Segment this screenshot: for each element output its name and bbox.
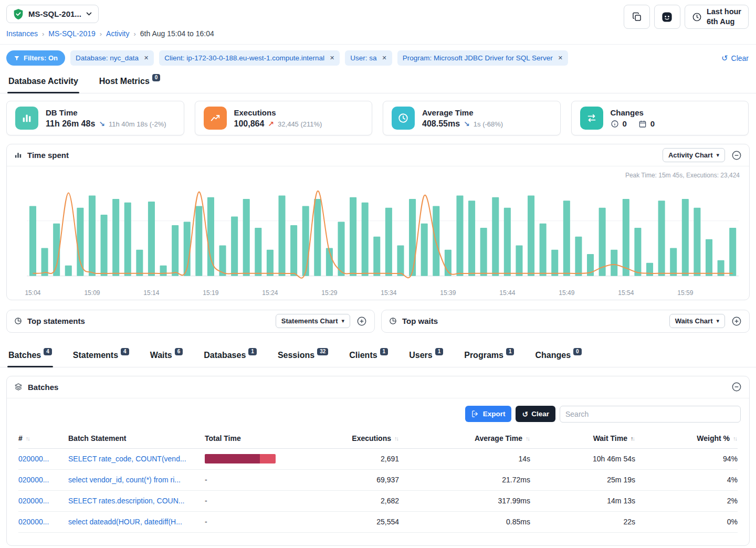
- filters-toggle-button[interactable]: Filters: On: [6, 50, 65, 66]
- breadcrumb-link[interactable]: Activity: [106, 29, 129, 38]
- clear-table-button[interactable]: ↺ Clear: [516, 406, 555, 422]
- tab-statements[interactable]: Statements4: [72, 345, 130, 367]
- tab-badge: 1: [248, 348, 257, 355]
- tab-programs[interactable]: Programs1: [463, 345, 515, 367]
- average-time-cell-value: 21.72ms: [502, 476, 530, 484]
- kpi-trend-text: 32,445 (211%): [278, 120, 322, 128]
- plus-circle-icon: [356, 316, 367, 326]
- assistant-icon: [661, 11, 673, 23]
- column-header-average-time[interactable]: Average Time↑↓: [399, 434, 530, 442]
- minus-circle-icon: [731, 382, 742, 392]
- trend-up-icon: ↗: [268, 120, 274, 128]
- sort-icon[interactable]: ↑↓: [26, 435, 30, 441]
- batches-toolbar: Export ↺ Clear: [7, 398, 749, 429]
- sort-icon[interactable]: ↑↓: [631, 435, 635, 441]
- batch-id-link[interactable]: 020000...: [18, 476, 56, 484]
- info-icon: [611, 120, 619, 128]
- collapse-batches-button[interactable]: [731, 382, 742, 392]
- breadcrumb-separator-icon: ›: [42, 30, 44, 38]
- tab-databases[interactable]: Databases1: [203, 345, 258, 367]
- tab-label: Batches: [8, 351, 41, 360]
- executions-cell-value: 25,554: [376, 518, 399, 526]
- bar-chart-icon: [14, 151, 22, 159]
- column-header-wait-time[interactable]: Wait Time↑↓: [530, 434, 635, 442]
- sort-icon[interactable]: ↑↓: [526, 435, 530, 441]
- tab-label: Changes: [535, 351, 571, 360]
- column-header-weight[interactable]: Weight %↑↓: [635, 434, 738, 442]
- executions-cell: 2,691: [336, 455, 399, 463]
- tab-sessions[interactable]: Sessions32: [277, 345, 329, 367]
- breadcrumb-link[interactable]: Instances: [6, 29, 38, 38]
- tab-batches[interactable]: Batches4: [7, 345, 53, 367]
- activity-chart-selector[interactable]: Activity Chart ▾: [663, 148, 725, 162]
- copy-button[interactable]: [624, 5, 650, 29]
- breadcrumb-link[interactable]: MS-SQL-2019: [48, 29, 95, 38]
- batch-statement-link[interactable]: select dateadd(HOUR, datediff(H...: [68, 518, 190, 526]
- undo-icon: ↺: [522, 410, 528, 418]
- search-input[interactable]: [560, 406, 741, 423]
- batch-id-link[interactable]: 020000...: [18, 455, 56, 463]
- remove-filter-icon[interactable]: ✕: [558, 55, 563, 61]
- weight-cell: 0%: [635, 518, 738, 526]
- table-row: 020000...SELECT rates.description, COUN.…: [18, 491, 738, 512]
- main-tabs: Database ActivityHost Metrics0: [0, 71, 756, 93]
- assistant-button[interactable]: [654, 5, 680, 29]
- average-time-cell: 14s: [399, 455, 530, 463]
- batch-statement-cell: select vendor_id, count(*) from ri...: [68, 476, 205, 484]
- table-body: 020000...SELECT rate_code, COUNT(vend...…: [18, 449, 738, 533]
- batch-statement-link[interactable]: SELECT rates.description, COUN...: [68, 497, 192, 505]
- tab-users[interactable]: Users1: [408, 345, 444, 367]
- kpi-body: Executions100,864↗32,445 (211%): [234, 108, 322, 129]
- kpi-mini-stat: 0: [611, 119, 627, 128]
- tab-badge: 4: [121, 348, 129, 355]
- instance-selector[interactable]: MS-SQL-201...: [6, 5, 99, 23]
- batch-statement-link[interactable]: select vendor_id, count(*) from ri...: [68, 476, 188, 484]
- total-time-cell: -: [205, 497, 336, 505]
- average-time-cell: 0.85ms: [399, 518, 530, 526]
- export-button[interactable]: Export: [465, 406, 512, 422]
- clear-filters-button[interactable]: ↺ Clear: [721, 54, 749, 63]
- remove-filter-icon[interactable]: ✕: [330, 55, 334, 61]
- column-header-executions[interactable]: Executions↑↓: [336, 434, 399, 442]
- time-range-button[interactable]: Last hour 6th Aug: [685, 5, 749, 29]
- batch-statement-link[interactable]: SELECT rate_code, COUNT(vend...: [68, 455, 194, 463]
- svg-text:15:39: 15:39: [440, 289, 456, 297]
- tab-changes[interactable]: Changes0: [534, 345, 582, 367]
- expand-waits-button[interactable]: [731, 316, 742, 326]
- waits-chart-selector[interactable]: Waits Chart ▾: [669, 314, 725, 328]
- filters-bar: Filters: On Database: nyc_data✕Client: i…: [0, 44, 756, 71]
- kpi-body: Average Time408.55ms↘1s (-68%): [422, 108, 503, 129]
- sort-icon[interactable]: ↑↓: [394, 435, 399, 441]
- tab-label: Users: [409, 351, 432, 360]
- panel-title: Top waits: [402, 317, 438, 325]
- svg-text:15:54: 15:54: [618, 289, 634, 297]
- svg-text:15:29: 15:29: [321, 289, 337, 297]
- top-waits-panel: Top waits Waits Chart ▾: [381, 310, 750, 333]
- kpi-row: DB Time11h 26m 48s↘11h 40m 18s (-2%)Exec…: [0, 93, 756, 142]
- sort-icon[interactable]: ↑↓: [733, 435, 738, 441]
- executions-cell: 69,937: [336, 476, 399, 484]
- time-range-label: Last hour 6th Aug: [707, 7, 741, 27]
- remove-filter-icon[interactable]: ✕: [144, 55, 149, 61]
- kpi-card-average-time: Average Time408.55ms↘1s (-68%): [383, 101, 561, 135]
- kpi-label: Executions: [234, 108, 322, 117]
- batches-header: Batches: [7, 376, 749, 398]
- tab-host-metrics[interactable]: Host Metrics0: [98, 71, 162, 93]
- batch-id-link[interactable]: 020000...: [18, 518, 56, 526]
- column-header-batch-statement: Batch Statement: [68, 434, 205, 442]
- expand-statements-button[interactable]: [356, 316, 367, 326]
- column-header-hash[interactable]: #↑↓: [18, 434, 68, 442]
- panel-title: Time spent: [27, 151, 69, 160]
- tab-label: Databases: [204, 351, 246, 360]
- tab-waits[interactable]: Waits6: [149, 345, 184, 367]
- batch-id-link[interactable]: 020000...: [18, 497, 56, 505]
- executions-cell: 25,554: [336, 518, 399, 526]
- tab-database-activity[interactable]: Database Activity: [7, 71, 79, 93]
- tab-clients[interactable]: Clients1: [348, 345, 389, 367]
- column-header-label: Wait Time: [593, 434, 627, 442]
- remove-filter-icon[interactable]: ✕: [382, 55, 386, 61]
- kpi-label: Changes: [611, 108, 655, 117]
- statements-chart-selector[interactable]: Statements Chart ▾: [276, 314, 350, 328]
- collapse-time-spent-button[interactable]: [731, 150, 742, 161]
- column-header-label: Executions: [352, 434, 391, 442]
